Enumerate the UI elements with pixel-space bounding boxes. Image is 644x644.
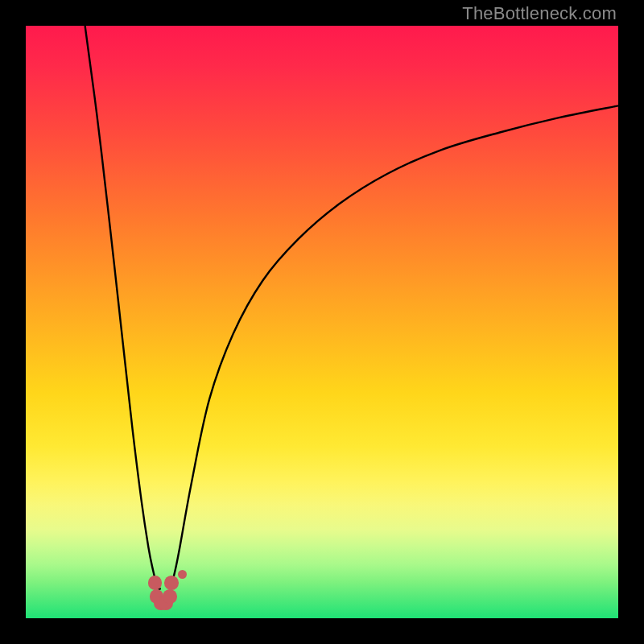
bottleneck-marker (178, 570, 187, 579)
attribution-label: TheBottleneck.com (462, 3, 617, 24)
bottleneck-marker (163, 589, 177, 604)
curve-left-branch (85, 26, 161, 589)
chart-outer-frame: TheBottleneck.com (0, 0, 644, 644)
bottleneck-marker (164, 576, 179, 590)
bottleneck-marker (148, 576, 163, 590)
curve-right-branch (170, 105, 618, 588)
chart-plot-area (26, 26, 618, 618)
chart-curves-svg (26, 26, 618, 618)
